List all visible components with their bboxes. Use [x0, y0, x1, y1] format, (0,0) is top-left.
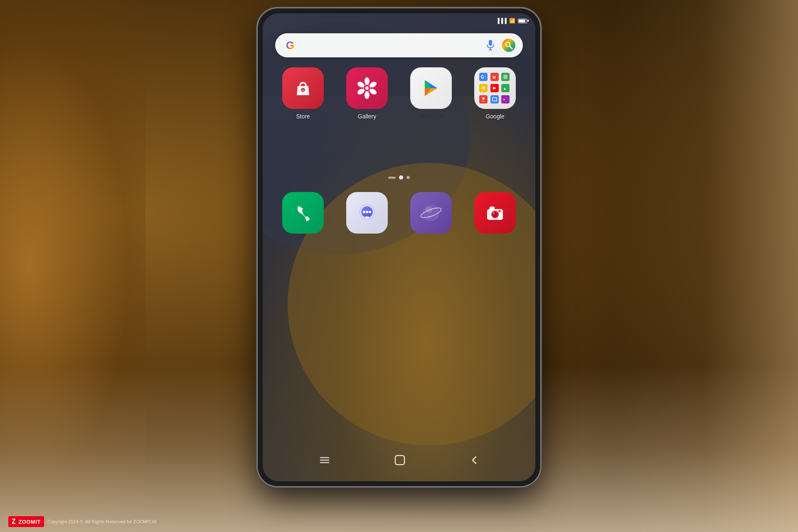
app-item-camera[interactable]: [467, 192, 523, 234]
app-item-messages[interactable]: [339, 192, 395, 234]
back-button[interactable]: [470, 455, 478, 468]
status-icons: ▐▐▐ 📶: [496, 18, 527, 24]
svg-rect-25: [503, 75, 507, 79]
app-item-phone[interactable]: [275, 192, 331, 234]
phone-body: ▐▐▐ 📶 G: [258, 8, 540, 486]
lens-icon[interactable]: [502, 39, 515, 52]
svg-marker-27: [493, 86, 496, 90]
gallery-icon: [346, 67, 388, 109]
mic-icon[interactable]: [485, 39, 496, 51]
camera-icon: [474, 192, 516, 234]
messages-icon: [346, 192, 388, 234]
svg-text:▲: ▲: [503, 86, 507, 91]
app-item-internet[interactable]: [403, 192, 459, 234]
battery-icon: [518, 19, 527, 23]
watermark: Z ZOOMIT Copyright 2024 ©, All Rights Re…: [8, 516, 156, 527]
zoomit-logo: Z ZOOMIT: [8, 516, 44, 527]
svg-point-46: [498, 210, 501, 212]
svg-point-36: [366, 211, 368, 213]
page-indicator-1: [388, 177, 396, 179]
svg-point-38: [423, 204, 439, 221]
svg-text:G: G: [481, 75, 484, 79]
svg-text:+: +: [503, 98, 505, 102]
home-button[interactable]: [394, 454, 406, 468]
playstore-icon: [410, 67, 452, 109]
svg-point-40: [426, 207, 432, 213]
svg-rect-50: [395, 456, 404, 465]
bottom-apps-row: [275, 192, 523, 234]
app-item-gallery[interactable]: Gallery: [339, 67, 395, 120]
wifi-icon: 📶: [509, 18, 515, 24]
gallery-label: Gallery: [358, 113, 376, 120]
recent-apps-button[interactable]: [320, 456, 330, 467]
copyright-text: Copyright 2024 ©, All Rights Reserved fo…: [47, 519, 156, 524]
google-label: Google: [485, 113, 504, 120]
svg-point-10: [365, 77, 369, 85]
app-item-google[interactable]: G M: [467, 67, 523, 120]
phone-icon: [282, 192, 324, 234]
search-right-icons: [485, 39, 515, 52]
svg-rect-3: [489, 40, 492, 46]
svg-point-13: [365, 91, 369, 99]
status-bar: ▐▐▐ 📶: [263, 13, 535, 28]
page-indicators: [263, 175, 535, 180]
store-icon: [282, 67, 324, 109]
app-item-playstore[interactable]: Play Store: [403, 67, 459, 120]
google-folder-icon: G M: [474, 67, 516, 109]
signal-icon: ▐▐▐: [496, 18, 507, 24]
internet-icon: [410, 192, 452, 234]
playstore-label: Play Store: [419, 113, 443, 119]
phone-wrapper: ▐▐▐ 📶 G: [237, 0, 561, 499]
svg-rect-45: [490, 207, 495, 210]
svg-point-37: [369, 211, 371, 213]
svg-rect-30: [493, 98, 497, 101]
app-item-store[interactable]: Store: [275, 67, 331, 120]
page-indicator-3: [406, 176, 410, 179]
phone-screen: ▐▐▐ 📶 G: [263, 13, 535, 481]
google-logo: G: [283, 38, 298, 53]
svg-line-7: [510, 46, 512, 49]
svg-text:M: M: [493, 75, 496, 79]
svg-point-17: [365, 86, 369, 90]
page-indicator-2: [399, 175, 403, 180]
nav-bar: [263, 449, 535, 474]
svg-point-26: [482, 86, 485, 90]
svg-point-35: [363, 211, 365, 213]
app-grid-row1: Store: [275, 67, 523, 120]
svg-point-29: [482, 97, 485, 100]
search-bar[interactable]: G: [275, 33, 523, 57]
store-label: Store: [296, 113, 310, 120]
svg-point-44: [493, 212, 495, 214]
